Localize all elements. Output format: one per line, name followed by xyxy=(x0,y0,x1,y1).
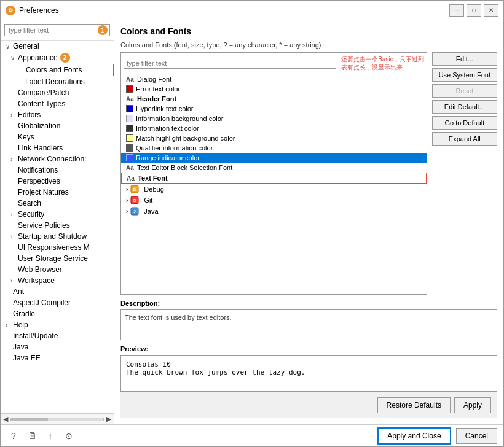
label-startup: Startup and Shutdow xyxy=(18,232,87,241)
close-button[interactable]: ✕ xyxy=(484,4,498,17)
minimize-button[interactable]: ─ xyxy=(449,4,464,17)
label-security: Security xyxy=(18,210,44,219)
font-item-label-error: Error text color xyxy=(136,85,180,93)
group-label-debug: Debug xyxy=(144,185,163,193)
arrow-editors: › xyxy=(10,112,18,119)
title-bar: ⚙ Preferences ─ □ ✕ xyxy=(1,1,503,20)
sidebar-item-notifications[interactable]: Notifications xyxy=(1,165,114,176)
color-swatch-info-text xyxy=(126,125,133,132)
import-icon[interactable]: ↑ xyxy=(44,429,57,443)
sidebar-item-perspectives[interactable]: Perspectives xyxy=(1,176,114,187)
arrow-gradle xyxy=(6,311,13,317)
font-item-header[interactable]: Aa Header Font xyxy=(121,94,427,104)
apply-button[interactable]: Apply xyxy=(454,397,491,413)
arrow-appearance: ∨ xyxy=(10,55,18,61)
sidebar-item-general[interactable]: ∨ General xyxy=(1,41,114,52)
sidebar-item-compare-patch[interactable]: Compare/Patch xyxy=(1,87,114,98)
sidebar-item-keys[interactable]: Keys xyxy=(1,131,114,142)
arrow-ant xyxy=(6,289,13,295)
font-list-container: 还要点击一个Basic，只不过列表有点长，没显示出来 Aa Dialog Fon… xyxy=(120,52,427,295)
sidebar-item-appearance[interactable]: ∨ Appearance 2 xyxy=(1,52,114,64)
reset-button[interactable]: Reset xyxy=(432,84,497,98)
description-label: Description: xyxy=(120,300,497,307)
sidebar-item-link-handlers[interactable]: Link Handlers xyxy=(1,142,114,154)
sidebar-item-network[interactable]: › Network Connection: xyxy=(1,154,114,165)
font-item-qualifier[interactable]: Qualifier information color xyxy=(121,143,427,153)
arrow-help: › xyxy=(6,322,13,328)
font-group-debug[interactable]: › D Debug xyxy=(121,184,427,195)
label-content-types: Content Types xyxy=(18,99,65,108)
scroll-right-icon[interactable]: ▶ xyxy=(106,415,111,423)
settings-icon[interactable]: ⊙ xyxy=(62,429,76,443)
cancel-button[interactable]: Cancel xyxy=(456,428,497,444)
scroll-left-icon[interactable]: ◀ xyxy=(3,415,8,423)
label-install: Install/Update xyxy=(13,332,58,340)
color-swatch-range xyxy=(126,154,133,161)
sidebar-item-colors-fonts[interactable]: Colors and Fonts xyxy=(1,64,114,76)
preview-line2: The quick brown fox jumps over the lazy … xyxy=(126,368,492,376)
scrollbar-thumb xyxy=(11,418,48,421)
edit-button[interactable]: Edit... xyxy=(432,52,497,66)
font-group-git[interactable]: › G Git xyxy=(121,195,427,206)
sidebar-item-aspectj[interactable]: AspectJ Compiler xyxy=(1,297,114,308)
label-editors: Editors xyxy=(18,111,41,119)
label-java-ee: Java EE xyxy=(13,354,41,362)
description-section: Description: The text font is used by te… xyxy=(120,300,497,340)
group-arrow-debug: › xyxy=(126,186,128,193)
font-item-dialog[interactable]: Aa Dialog Font xyxy=(121,74,427,84)
sidebar-item-project-natures[interactable]: Project Natures xyxy=(1,187,114,198)
font-item-error-color[interactable]: Error text color xyxy=(121,84,427,94)
sidebar-item-help[interactable]: › Help xyxy=(1,319,114,330)
font-item-match-highlight[interactable]: Match highlight background color xyxy=(121,133,427,143)
font-item-label-text-font: Text Font xyxy=(138,174,168,182)
arrow-install xyxy=(6,333,13,340)
apply-close-button[interactable]: Apply and Close xyxy=(377,427,451,445)
sidebar-item-search[interactable]: Search xyxy=(1,198,114,209)
arrow-java xyxy=(6,344,13,351)
font-item-range[interactable]: Range indicator color xyxy=(121,153,427,163)
font-group-java[interactable]: › J Java xyxy=(121,206,427,217)
export-icon[interactable]: 🖹 xyxy=(25,429,39,443)
right-buttons: Edit... Use System Font Reset Edit Defau… xyxy=(432,52,497,295)
sidebar-item-java-ee[interactable]: Java EE xyxy=(1,352,114,363)
sidebar-item-startup[interactable]: › Startup and Shutdow xyxy=(1,231,114,242)
annotation-text: 还要点击一个Basic，只不过列表有点长，没显示出来 xyxy=(341,55,423,71)
edit-default-button[interactable]: Edit Default... xyxy=(432,100,497,114)
preferences-icon: ⚙ xyxy=(6,6,15,15)
horizontal-scrollbar[interactable] xyxy=(10,418,104,421)
sidebar-item-ui-responsiveness[interactable]: UI Responsiveness M xyxy=(1,242,114,253)
help-icon[interactable]: ? xyxy=(7,429,20,443)
font-item-hyperlink-color[interactable]: Hyperlink text color xyxy=(121,104,427,114)
group-icon-java: J xyxy=(130,207,139,216)
sidebar-item-security[interactable]: › Security xyxy=(1,209,114,220)
sidebar-item-content-types[interactable]: Content Types xyxy=(1,98,114,109)
arrow-aspectj xyxy=(6,300,13,306)
font-item-info-text[interactable]: Information text color xyxy=(121,123,427,133)
sidebar-item-ant[interactable]: Ant xyxy=(1,286,114,297)
sidebar-item-gradle[interactable]: Gradle xyxy=(1,308,114,319)
sidebar-item-label-decorations[interactable]: Label Decorations xyxy=(1,76,114,87)
sidebar-item-web-browser[interactable]: Web Browser xyxy=(1,264,114,275)
tree-filter-input[interactable] xyxy=(4,24,110,36)
sidebar-item-java[interactable]: Java xyxy=(1,341,114,352)
sidebar-item-workspace[interactable]: › Workspace xyxy=(1,275,114,286)
expand-all-button[interactable]: Expand All xyxy=(432,132,497,146)
sidebar-item-user-storage[interactable]: User Storage Service xyxy=(1,253,114,264)
restore-defaults-button[interactable]: Restore Defaults xyxy=(377,397,451,413)
font-filter-input[interactable] xyxy=(124,58,336,69)
sidebar-item-install[interactable]: Install/Update xyxy=(1,330,114,341)
sidebar-item-globalization[interactable]: Globalization xyxy=(1,120,114,131)
font-item-text-font[interactable]: Aa Text Font xyxy=(121,173,427,184)
sidebar-item-service-policies[interactable]: Service Policies xyxy=(1,220,114,231)
right-panel: Colors and Fonts Colors and Fonts (font,… xyxy=(114,20,503,424)
maximize-button[interactable]: □ xyxy=(467,4,481,17)
group-label-java: Java xyxy=(144,208,158,215)
font-filter-row: 还要点击一个Basic，只不过列表有点长，没显示出来 xyxy=(121,53,427,74)
font-item-info-bg[interactable]: Information background color xyxy=(121,114,427,123)
use-system-font-button[interactable]: Use System Font xyxy=(432,68,497,82)
font-item-text-editor-block[interactable]: Aa Text Editor Block Selection Font xyxy=(121,163,427,173)
go-to-default-button[interactable]: Go to Default xyxy=(432,116,497,130)
label-search: Search xyxy=(18,199,41,208)
sidebar-item-editors[interactable]: › Editors xyxy=(1,109,114,120)
arrow-general: ∨ xyxy=(6,43,13,50)
